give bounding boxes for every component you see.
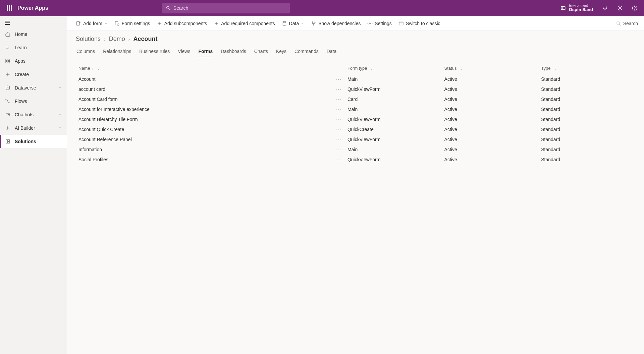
chevron-down-icon [58,125,62,131]
tab-dashboards[interactable]: Dashboards [220,47,247,57]
tab-views[interactable]: Views [177,47,191,57]
nav-dataverse[interactable]: Dataverse [0,81,67,95]
table-row[interactable]: Account Hierarchy Tile Form···QuickViewF… [76,114,635,124]
cmd-label: Data [289,21,299,26]
form-settings-button[interactable]: Form settings [112,19,153,28]
cell-name[interactable]: Account Quick Create [76,124,323,134]
notifications-button[interactable] [598,0,612,16]
cell-type: Standard [538,134,635,144]
cell-name[interactable]: Account for Interactive experience [76,104,323,114]
cell-type: Standard [538,104,635,114]
nav-apps[interactable]: Apps [0,54,67,68]
row-more-button[interactable]: ··· [336,76,342,82]
tab-columns[interactable]: Columns [76,47,96,57]
chevron-down-icon [301,21,304,26]
nav-solutions[interactable]: Solutions [0,135,67,148]
cell-name[interactable]: Account Reference Panel [76,134,323,144]
cell-name[interactable]: account card [76,84,323,94]
settings-button[interactable] [613,0,627,16]
row-more-button[interactable]: ··· [336,157,342,162]
tab-commands[interactable]: Commands [294,47,319,57]
show-dependencies-button[interactable]: Show dependencies [308,19,363,28]
apps-icon [5,58,11,64]
table-row[interactable]: Information···MainActiveStandard [76,144,635,155]
row-more-button[interactable]: ··· [336,117,342,122]
switch-icon [398,21,404,26]
table-row[interactable]: Social Profiles···QuickViewFormActiveSta… [76,155,635,165]
cell-name[interactable]: Information [76,144,323,155]
chevron-right-icon: › [128,37,130,42]
svg-line-1 [169,9,170,10]
cell-formtype: Main [345,74,442,84]
svg-point-33 [312,21,313,22]
table-row[interactable]: Account for Interactive experience···Mai… [76,104,635,114]
nav-flows[interactable]: Flows [0,95,67,108]
cell-formtype: Main [345,144,442,155]
row-more-button[interactable]: ··· [336,97,342,102]
column-header-status[interactable]: Status ⌄ [442,62,539,74]
nav-learn[interactable]: Learn [0,41,67,54]
nav-chatbots[interactable]: Chatbots [0,108,67,121]
cell-name[interactable]: Account [76,74,323,84]
chevron-down-icon: ⌄ [460,67,463,70]
gear-icon [367,21,373,26]
plus-icon [214,21,219,26]
column-header-formtype[interactable]: Form type ⌄ [345,62,442,74]
search-icon [166,5,171,11]
command-search[interactable]: Search [616,21,638,26]
column-header-type[interactable]: Type ⌄ [538,62,635,74]
data-button[interactable]: Data [279,19,307,28]
table-row[interactable]: Account···MainActiveStandard [76,74,635,84]
cmd-label: Switch to classic [406,21,440,26]
add-form-button[interactable]: Add form [73,19,110,28]
bell-icon [602,5,608,11]
tab-charts[interactable]: Charts [254,47,269,57]
tab-relationships[interactable]: Relationships [102,47,132,57]
cell-name[interactable]: Account Card form [76,94,323,104]
nav-create[interactable]: Create [0,68,67,81]
switch-classic-button[interactable]: Switch to classic [396,19,443,28]
row-more-button[interactable]: ··· [336,107,342,112]
chevron-down-icon: ⌄ [370,67,373,70]
app-launcher-button[interactable] [3,0,16,16]
tab-keys[interactable]: Keys [275,47,287,57]
tab-data[interactable]: Data [326,47,337,57]
tab-forms[interactable]: Forms [198,47,213,57]
svg-rect-9 [6,61,7,63]
cell-name[interactable]: Social Profiles [76,155,323,165]
table-row[interactable]: Account Quick Create···QuickCreateActive… [76,124,635,134]
table-row[interactable]: account card···QuickViewFormActiveStanda… [76,84,635,94]
svg-point-35 [313,24,314,25]
global-search-input[interactable] [173,5,286,11]
global-search[interactable] [162,3,290,13]
add-subcomponents-button[interactable]: Add subcomponents [154,19,210,28]
svg-point-4 [619,7,621,9]
help-button[interactable] [628,0,641,16]
breadcrumb-solutions[interactable]: Solutions [76,36,101,43]
cmd-settings-button[interactable]: Settings [365,19,394,28]
nav-label: Solutions [15,139,36,144]
breadcrumb-demo[interactable]: Demo [109,36,125,43]
svg-rect-8 [8,59,10,61]
cmd-label: Show dependencies [318,21,361,26]
nav-ai-builder[interactable]: AI Builder [0,121,67,135]
table-row[interactable]: Account Card form···CardActiveStandard [76,94,635,104]
add-required-components-button[interactable]: Add required components [211,19,277,28]
cell-formtype: QuickCreate [345,124,442,134]
cell-status: Active [442,104,539,114]
column-header-name[interactable]: Name ↑ ⌄ [76,62,323,74]
cell-name[interactable]: Account Hierarchy Tile Form [76,114,323,124]
nav-label: Flows [15,99,27,104]
row-more-button[interactable]: ··· [336,147,342,152]
row-more-button[interactable]: ··· [336,127,342,132]
row-more-button[interactable]: ··· [336,86,342,92]
nav-home[interactable]: Home [0,27,67,41]
environment-picker[interactable]: Environment Dspin Sand [560,4,593,12]
svg-rect-20 [6,140,8,143]
row-more-button[interactable]: ··· [336,137,342,142]
table-row[interactable]: Account Reference Panel···QuickViewFormA… [76,134,635,144]
tab-business-rules[interactable]: Business rules [139,47,170,57]
form-settings-icon [114,21,120,26]
cell-type: Standard [538,84,635,94]
collapse-nav-button[interactable] [0,18,67,27]
